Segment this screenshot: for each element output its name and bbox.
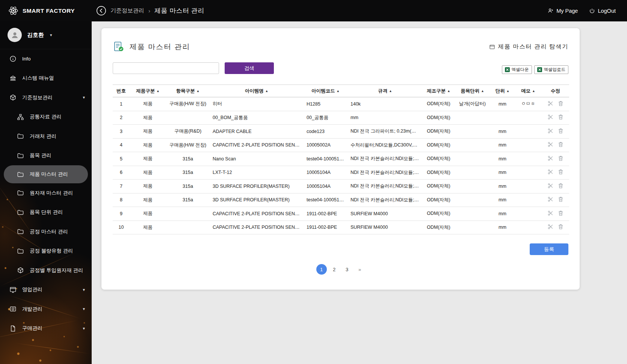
table-row[interactable]: 2제품00_BOM_공통품00_공통품mmODM(자체)	[113, 111, 569, 125]
cell-unit: mm	[490, 125, 515, 139]
cell-product-type: 제품	[130, 138, 166, 152]
search-input[interactable]	[113, 62, 219, 74]
column-header-item-code[interactable]: 아이템코드▲	[304, 85, 347, 97]
cell-item-category	[166, 111, 210, 125]
sidebar-subitem[interactable]: 거래처 관리	[0, 127, 92, 146]
delete-button[interactable]	[556, 140, 566, 150]
column-header-item-name[interactable]: 아이템명▲	[210, 85, 304, 97]
sidebar-item[interactable]: Info	[0, 49, 92, 69]
sidebar-item[interactable]: 구매관리▾	[0, 319, 92, 338]
sidebar-subitem[interactable]: 공통자료 관리	[0, 107, 92, 127]
edit-button[interactable]	[545, 223, 556, 232]
table-row[interactable]: 7제품315a3D SURFACE PROFILER(MASTER)100051…	[113, 180, 569, 193]
next-page-button[interactable]: »	[355, 264, 365, 275]
column-header-mfg-type[interactable]: 제조구분▲	[423, 85, 455, 97]
user-plus-icon	[547, 8, 554, 14]
table-row[interactable]: 9제품CAPACITIVE 2-PLATE POSITION SENSOR191…	[113, 207, 569, 221]
column-header-product-type[interactable]: 제품구분▲	[130, 85, 166, 97]
sidebar-item[interactable]: 개발관리▾	[0, 299, 92, 319]
page-button-3[interactable]: 3	[342, 264, 352, 275]
window-icon	[9, 286, 17, 293]
app-layout: 김호환 ▾ Info시스템 매뉴얼기준정보관리▾공통자료 관리거래처 관리품목 …	[0, 21, 627, 364]
sidebar-subitem[interactable]: 품목 단위 관리	[0, 203, 92, 222]
edit-button[interactable]	[545, 182, 556, 191]
sidebar-item-label: 품목 단위 관리	[30, 209, 63, 216]
scissors-icon	[547, 141, 554, 148]
sidebar-subitem[interactable]: 공정 불량유형 관리	[0, 242, 92, 261]
scissors-icon	[547, 183, 554, 189]
product-table: 번호제품구분▲항목구분▲아이템명▲아이템코드▲규격▲제조구분▲품목단위▲단위▲메…	[113, 85, 569, 234]
sidebar-item[interactable]: 기준정보관리▾	[0, 88, 92, 107]
cell-item-code: code123	[304, 125, 347, 139]
cell-memo	[515, 111, 542, 125]
cube-icon	[9, 94, 17, 101]
page-button-1[interactable]: 1	[316, 264, 327, 275]
edit-button[interactable]	[545, 127, 556, 136]
excel-download-button[interactable]: 엑셀다운	[502, 65, 532, 74]
table-header-row: 번호제품구분▲항목구분▲아이템명▲아이템코드▲규격▲제조구분▲품목단위▲단위▲메…	[113, 85, 569, 97]
edit-button[interactable]	[545, 168, 556, 177]
delete-button[interactable]	[556, 223, 566, 232]
table-row[interactable]: 8제품315a3D SURFACE PROFILER(MASTER)teste0…	[113, 193, 569, 207]
cell-actions	[542, 138, 569, 152]
edit-button[interactable]	[545, 195, 556, 204]
cell-item-category: 315a	[166, 152, 210, 166]
cell-unit: mm	[490, 152, 515, 166]
user-menu[interactable]: 김호환 ▾	[0, 21, 92, 49]
topbar-actions: My Page LogOut	[547, 8, 627, 14]
table-row[interactable]: 10제품CAPACITIVE 2-PLATE POSITION SENSOR19…	[113, 221, 569, 234]
table-row[interactable]: 3제품구매품(R&D)ADAPTER CABLEcode123NDI 전극 그라…	[113, 125, 569, 139]
breadcrumb-parent[interactable]: 기준정보관리	[110, 7, 144, 14]
delete-button[interactable]	[556, 100, 566, 109]
cell-item-unit	[455, 125, 490, 139]
column-header-memo[interactable]: 메모▲	[515, 85, 542, 97]
content-card: 제품 마스터 관리 제품 마스터 관리 탐색기 검색	[101, 28, 580, 290]
table-row[interactable]: 1제품구매품(H/W 전장)히터H1285140kODM(자체)날개(아답터)m…	[113, 97, 569, 111]
search-button[interactable]: 검색	[225, 62, 274, 74]
delete-button[interactable]	[556, 113, 566, 122]
delete-button[interactable]	[556, 182, 566, 191]
edit-button[interactable]	[545, 100, 556, 109]
sidebar-item-label: 공정별 투입원자재 관리	[30, 267, 83, 274]
column-header-item-unit[interactable]: 품목단위▲	[455, 85, 490, 97]
sidebar-subitem[interactable]: 제품 마스터 관리	[4, 165, 88, 183]
column-header-spec[interactable]: 규격▲	[347, 85, 423, 97]
logout-button[interactable]: LogOut	[589, 8, 616, 14]
back-button[interactable]	[96, 6, 106, 16]
sidebar-subitem[interactable]: 공정 마스터 관리	[0, 222, 92, 242]
edit-button[interactable]	[545, 154, 556, 163]
table-row[interactable]: 6제품315aLXT-T-1210005104ANDI 전극 카본슬러리;NDI…	[113, 166, 569, 180]
my-page-button[interactable]: My Page	[547, 8, 578, 14]
column-header-unit[interactable]: 단위▲	[490, 85, 515, 97]
column-header-no: 번호	[113, 85, 130, 97]
sidebar-subitem[interactable]: 원자재 마스터 관리	[0, 183, 92, 203]
edit-button[interactable]	[545, 113, 556, 122]
cell-item-code: 1911-002-BPE	[304, 207, 347, 221]
cell-actions	[542, 207, 569, 221]
bank-icon	[9, 75, 17, 82]
sidebar-subitem[interactable]: 공정별 투입원자재 관리	[0, 261, 92, 280]
table-row[interactable]: 4제품구매품(H/W 전장)CAPACITIVE 2-PLATE POSITIO…	[113, 138, 569, 152]
cell-no: 1	[113, 97, 130, 111]
breadcrumb-current: 제품 마스터 관리	[154, 6, 204, 15]
sidebar-item[interactable]: 영업관리▾	[0, 280, 92, 300]
delete-button[interactable]	[556, 209, 566, 218]
column-header-item-category[interactable]: 항목구분▲	[166, 85, 210, 97]
excel-upload-button[interactable]: 엑셀업로드	[534, 65, 569, 74]
delete-button[interactable]	[556, 127, 566, 136]
sidebar-item[interactable]: 시스템 매뉴얼	[0, 69, 92, 88]
register-button[interactable]: 등록	[530, 243, 568, 255]
delete-button[interactable]	[556, 168, 566, 177]
edit-button[interactable]	[545, 140, 556, 150]
delete-button[interactable]	[556, 154, 566, 163]
sort-asc-icon: ▲	[506, 89, 509, 93]
page-button-2[interactable]: 2	[329, 264, 340, 275]
table-row[interactable]: 5제품315aNano Scanteste04-10005104ANDI 전극 …	[113, 152, 569, 166]
explorer-link[interactable]: 제품 마스터 관리 탐색기	[489, 43, 568, 51]
cell-unit: mm	[490, 180, 515, 193]
edit-button[interactable]	[545, 209, 556, 218]
delete-button[interactable]	[556, 195, 566, 204]
sidebar-subitem[interactable]: 품목 관리	[0, 146, 92, 166]
folder-icon	[17, 171, 24, 178]
cell-item-unit: 날개(아답터)	[455, 97, 490, 111]
